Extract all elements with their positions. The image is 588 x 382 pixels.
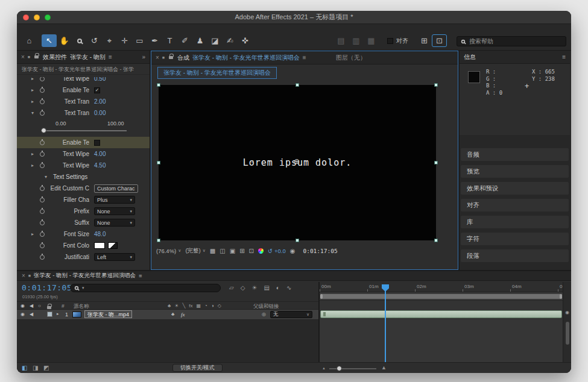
property-row[interactable]: ▸ Text Wipe 0.50 xyxy=(17,77,150,84)
property-row[interactable]: ▸ Font Size 48.0 xyxy=(17,228,150,240)
stopwatch-icon[interactable] xyxy=(40,255,49,260)
viewer-option-icon[interactable]: ◫ xyxy=(220,248,225,254)
orbit-camera-tool[interactable]: ↺ xyxy=(87,34,102,47)
property-value[interactable]: 0.50 xyxy=(94,77,106,82)
property-select[interactable]: Left▾ xyxy=(94,253,135,261)
time-ruler[interactable]: 00m01m02m03m04m0 xyxy=(320,282,563,292)
reset-exposure-icon[interactable]: ↺ xyxy=(268,248,273,254)
property-slider-row[interactable]: 0.00 100.00 xyxy=(17,119,150,137)
timeline-view-icon[interactable]: ∿ xyxy=(286,284,291,291)
channel-color-wheel-icon[interactable] xyxy=(258,248,264,254)
close-panel-icon[interactable]: × xyxy=(22,272,25,279)
lock-icon[interactable] xyxy=(34,55,39,58)
current-timecode[interactable]: 0:01:17:05 xyxy=(22,283,72,292)
layer-twirl-icon[interactable]: ▸ xyxy=(57,312,59,316)
stopwatch-icon[interactable] xyxy=(40,243,49,248)
property-select[interactable]: None▾ xyxy=(94,207,135,215)
stopwatch-icon[interactable] xyxy=(40,99,49,104)
help-search-input[interactable]: 搜索帮助 xyxy=(457,36,566,46)
align-toggle[interactable]: 对齐 xyxy=(387,37,408,45)
playhead-line[interactable] xyxy=(385,286,386,362)
brush-tool[interactable]: ✐ xyxy=(177,34,192,47)
slider-knob[interactable] xyxy=(41,128,46,133)
timeline-view-icon[interactable]: ▤ xyxy=(264,284,269,291)
timeline-view-icon[interactable]: ▱ xyxy=(229,284,234,291)
titlebar[interactable]: Adobe After Effects 2021 – 无标题项目 * xyxy=(17,11,571,24)
close-panel-icon[interactable]: × xyxy=(21,54,25,60)
collapsed-panel-header[interactable]: 效果和预设 xyxy=(461,182,569,195)
selection-handle[interactable] xyxy=(296,239,299,242)
comp-marker-icon[interactable]: ◉ xyxy=(565,310,569,315)
puppet-pin-tool[interactable]: ✜ xyxy=(238,34,253,47)
timeline-view-icon[interactable]: ◇ xyxy=(241,284,245,291)
property-value[interactable]: 48.0 xyxy=(94,231,106,237)
parent-pickwhip-icon[interactable]: ◎ xyxy=(262,312,266,317)
toggle-inout-pane-icon[interactable]: ◩ xyxy=(43,365,49,371)
stopwatch-icon[interactable] xyxy=(40,221,49,225)
anchor-point-icon[interactable]: ⊕ xyxy=(294,157,300,166)
property-row[interactable]: Filler Cha Plus▾ xyxy=(17,194,150,205)
exposure-value[interactable]: +0.0 xyxy=(274,248,286,254)
font-color-swatch[interactable] xyxy=(94,242,105,249)
eraser-tool[interactable]: ◪ xyxy=(207,34,223,47)
viewer-timecode[interactable]: 0:01:17:05 xyxy=(303,248,337,254)
property-row[interactable]: Prefix None▾ xyxy=(17,205,150,217)
viewer-composition-chip[interactable]: 张学友 - 吻别 - 学友光年世界巡回演唱会 xyxy=(157,67,277,79)
stopwatch-icon[interactable] xyxy=(40,232,49,237)
panel-menu-icon[interactable]: ≡ xyxy=(139,272,142,279)
property-row[interactable]: Edit Custom C Custom Charac xyxy=(17,183,150,194)
track-background[interactable] xyxy=(320,319,563,362)
vertical-scrollbar[interactable] xyxy=(566,322,569,345)
property-row[interactable]: ▸ Text Wipe 4.00 xyxy=(17,148,150,160)
timeline-search-input[interactable]: ▾ xyxy=(70,284,221,292)
twirl-icon[interactable]: ▸ xyxy=(31,99,40,104)
property-row[interactable]: ▸ Enable Te ✓ xyxy=(17,84,150,96)
resolution-select[interactable]: (完整)∨ xyxy=(185,247,205,255)
work-area-bar[interactable] xyxy=(320,294,562,299)
layer-row[interactable]: ◉ ◀ ▸ 1 张学友 - 吻...mp4 ♣ fx ◎ 无∨ xyxy=(17,310,318,319)
selection-handle[interactable] xyxy=(157,83,160,87)
property-value[interactable]: 2.00 xyxy=(94,98,106,105)
toggle-transfer-pane-icon[interactable]: ◨ xyxy=(33,365,38,371)
selection-handle[interactable] xyxy=(296,83,299,87)
twirl-icon[interactable]: ▾ xyxy=(45,174,53,180)
twirl-icon[interactable]: ▸ xyxy=(31,87,40,93)
axis-mode-icon[interactable]: ▥ xyxy=(349,34,364,47)
collapsed-panel-header[interactable]: 段落 xyxy=(461,249,569,262)
track-camera-tool[interactable]: ⌖ xyxy=(102,34,117,47)
selection-handle[interactable] xyxy=(434,161,438,164)
selection-handle[interactable] xyxy=(157,239,160,242)
property-value[interactable]: 4.50 xyxy=(94,162,106,169)
twirl-icon[interactable]: ▸ xyxy=(31,151,40,157)
more-tabs-icon[interactable]: » xyxy=(142,54,145,60)
slider-track[interactable] xyxy=(41,130,127,131)
property-group-row[interactable]: ▾ Text Settings xyxy=(17,171,150,183)
stopwatch-icon[interactable] xyxy=(40,140,49,145)
selection-handle[interactable] xyxy=(434,83,438,87)
info-tab[interactable]: 信息 xyxy=(464,53,476,61)
stopwatch-icon[interactable] xyxy=(40,186,49,191)
viewer-option-icon[interactable]: ⊞ xyxy=(239,248,244,254)
stopwatch-icon[interactable] xyxy=(40,77,49,81)
effect-controls-tab[interactable]: 效果控件 xyxy=(43,53,67,61)
swap-colors-icon[interactable] xyxy=(108,242,118,249)
zoom-in-mountain-icon[interactable]: ▲ xyxy=(381,365,387,371)
timeline-view-icon[interactable]: ☀ xyxy=(251,284,257,291)
clone-stamp-tool[interactable]: ♟ xyxy=(192,34,207,47)
twirl-icon[interactable]: ▸ xyxy=(31,163,40,168)
property-value[interactable]: 4.00 xyxy=(94,151,106,157)
text-range-handle-icon[interactable]: ○ xyxy=(250,158,254,164)
layer-duration-bar[interactable] xyxy=(320,310,562,318)
property-row[interactable]: ▾ Text Tran 0.00 xyxy=(17,107,150,119)
axis-mode-icon[interactable]: ▤ xyxy=(334,34,349,47)
stopwatch-icon[interactable] xyxy=(40,163,49,168)
zoom-select[interactable]: (76.4%)∨ xyxy=(156,248,181,254)
type-tool[interactable]: T xyxy=(162,34,177,47)
stopwatch-icon[interactable] xyxy=(40,88,49,93)
toggle-switches-modes-button[interactable]: 切换开关/模式 xyxy=(172,364,223,372)
stopwatch-icon[interactable] xyxy=(40,152,49,157)
property-row-selected[interactable]: Enable Te xyxy=(17,137,150,148)
layer-visibility-icon[interactable]: ◉ xyxy=(21,312,25,317)
parent-select[interactable]: 无∨ xyxy=(270,311,312,318)
composition-tab-name[interactable]: 张学友 - 吻别 - 学友光年世界巡回演唱会 xyxy=(192,54,300,62)
